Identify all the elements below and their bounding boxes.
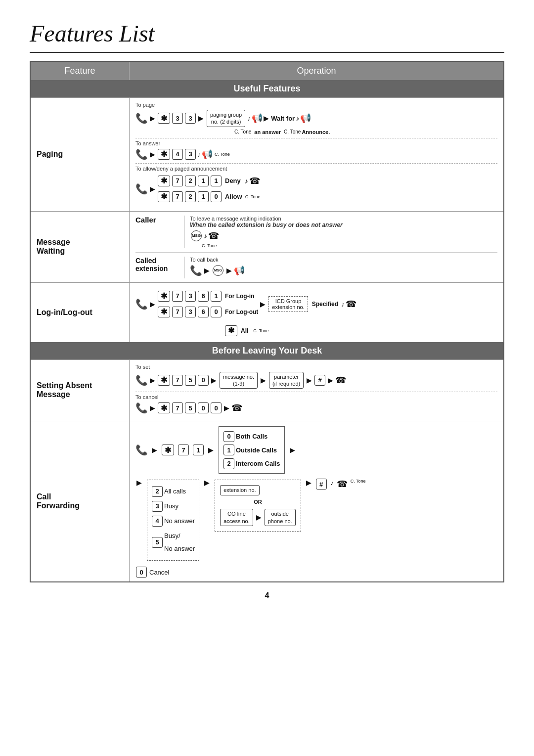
phone-antenna-icon8: 📞 <box>135 444 148 456</box>
key-0a: 0 <box>211 191 222 202</box>
header-feature: Feature <box>31 62 130 80</box>
arrow-icon4: ▶ <box>150 150 155 158</box>
arrow-icon7: ▶ <box>226 267 232 274</box>
phone-antenna-icon7: 📞 <box>135 402 148 414</box>
arrow-icon8: ▶ <box>150 300 155 308</box>
arrow-icon6: ▶ <box>204 267 210 274</box>
content-setting-absent: To set 📞 ▶ ✱ 7 5 0 ▶ message no.(1-9) ▶ … <box>130 360 503 421</box>
paging-group-box: paging groupno. (2 digits) <box>207 110 245 127</box>
absent-to-cancel: To cancel 📞 ▶ ✱ 7 5 0 0 ▶ ☎ <box>135 394 497 414</box>
handset-icon3: ☎ <box>346 299 356 310</box>
key-3e: 3 <box>185 307 196 317</box>
key-star5: ✱ <box>158 291 170 302</box>
called-label: Called extension <box>135 257 185 278</box>
wait-for-label: Wait for <box>271 115 295 122</box>
phone-antenna-icon3: 📞 <box>135 183 148 195</box>
music-note-icon2: ♪ <box>296 114 299 122</box>
handset-icon4: ☎ <box>335 375 346 386</box>
key-1b: 1 <box>211 176 222 186</box>
deny-label: Deny <box>225 177 241 184</box>
cf-type-box: 0 Both Calls 1 Outside Calls 2 Intercom … <box>219 426 285 474</box>
cancel-label: Cancel <box>149 569 169 576</box>
called-content: To call back 📞 ▶ MSG ▶ 📢 <box>185 257 497 278</box>
c-tone-label2: C. Tone <box>284 129 301 134</box>
row-paging: Paging To page 📞 ▶ ✱ 3 3 ▶ paging groupn… <box>31 97 503 211</box>
music-note-icon6: ♪ <box>341 300 345 308</box>
outside-calls-label: Outside Calls <box>236 445 277 456</box>
music-note-icon3: ♪ <box>197 150 201 158</box>
arrow-icon9: ▶ <box>260 300 266 308</box>
no-answer-label: No answer <box>164 515 195 528</box>
key-star8: ✱ <box>158 375 170 386</box>
handset-icon2: ☎ <box>208 230 219 241</box>
key-4: 4 <box>172 149 183 160</box>
speaker-waves-icon3: 📢 <box>202 149 213 160</box>
message-no-box: message no.(1-9) <box>220 372 258 389</box>
cf-forward-type-box: 2 All calls 3 Busy 4 No answer 5 Busy/No… <box>147 480 199 561</box>
cf-destination-box: extension no. OR CO lineaccess no. ▶ out… <box>215 480 301 532</box>
arrow-icon: ▶ <box>150 114 155 122</box>
key-3c: 3 <box>185 149 196 160</box>
cf-middle: ▶ 2 All calls 3 Busy 4 No answer 5 Busy/… <box>135 479 497 562</box>
for-log-out-label: For Log-out <box>225 309 258 315</box>
login-logout-keys: ✱ 7 3 6 1 For Log-in ✱ 7 3 6 0 <box>157 289 258 319</box>
key-1-outside: 1 <box>223 445 234 455</box>
key-7g: 7 <box>178 445 189 455</box>
phone-antenna-icon5: 📞 <box>135 298 148 310</box>
page-title: Features List <box>30 20 504 47</box>
key-star9: ✱ <box>158 402 170 413</box>
outside-phone-box: outsidephone no. <box>265 509 296 526</box>
key-star2: ✱ <box>158 149 170 160</box>
key-star10: ✱ <box>162 445 174 455</box>
or-label: OR <box>219 497 297 507</box>
mw-called-row: Called extension To call back 📞 ▶ MSG ▶ … <box>135 257 497 278</box>
busy-no-answer-label: Busy/No answer <box>164 530 195 555</box>
section-useful-features: Useful Features <box>31 80 503 97</box>
key-3a: 3 <box>172 113 183 124</box>
key-7b: 7 <box>172 191 183 202</box>
paging-to-answer: To answer 📞 ▶ ✱ 4 3 ♪ 📢 C. Tone <box>135 140 497 160</box>
phone-antenna-icon: 📞 <box>135 112 148 124</box>
key-1e: 1 <box>193 445 204 455</box>
intercom-calls-label: Intercom Calls <box>236 458 280 469</box>
caller-content: To leave a message waiting indication Wh… <box>185 216 497 248</box>
key-hash: # <box>314 375 325 386</box>
label-log-in-log-out: Log-in/Log-out <box>31 283 130 342</box>
busy-label: Busy <box>164 500 178 513</box>
paging-allow-deny: To allow/deny a paged announcement 📞 ▶ ✱… <box>135 166 497 204</box>
c-tone-label: C. Tone <box>234 129 251 134</box>
handset-icon5: ☎ <box>231 402 242 413</box>
speaker-waves-icon4: 📢 <box>234 265 245 276</box>
row-call-forwarding: Call Forwarding 📞 ▶ ✱ 7 1 ▶ 0 Both Calls… <box>31 421 503 581</box>
co-line-box: CO lineaccess no. <box>220 509 253 526</box>
all-label: All <box>241 327 248 334</box>
key-0-both: 0 <box>223 431 234 442</box>
key-star3: ✱ <box>158 176 170 186</box>
key-star: ✱ <box>158 113 170 124</box>
arrow-icon5: ▶ <box>150 185 155 193</box>
header-operation: Operation <box>130 62 503 80</box>
content-call-forwarding: 📞 ▶ ✱ 7 1 ▶ 0 Both Calls 1 Outside Calls… <box>130 421 503 581</box>
key-hash2: # <box>316 479 327 489</box>
content-log-in-log-out: 📞 ▶ ✱ 7 3 6 1 For Log-in ✱ <box>130 283 503 342</box>
page-number: 4 <box>30 591 504 600</box>
arrow-icon3: ▶ <box>264 114 269 122</box>
row-setting-absent: Setting Absent Message To set 📞 ▶ ✱ 7 5 … <box>31 359 503 421</box>
key-0e: 0 <box>211 402 222 413</box>
key-6a: 6 <box>198 291 209 302</box>
key-5a: 5 <box>185 375 196 386</box>
cf-top: 📞 ▶ ✱ 7 1 ▶ 0 Both Calls 1 Outside Calls… <box>135 425 497 475</box>
key-2-intercom: 2 <box>223 458 234 469</box>
key-7f: 7 <box>172 402 183 413</box>
key-7c: 7 <box>172 291 183 302</box>
speaker-waves-icon: 📢 <box>252 113 262 124</box>
key-3d: 3 <box>185 291 196 302</box>
icd-group-box: ICD Group extension no. <box>268 296 308 312</box>
key-7d: 7 <box>172 307 183 317</box>
key-6b: 6 <box>198 307 209 317</box>
key-star4: ✱ <box>158 191 170 202</box>
speaker-waves-icon2: 📢 <box>300 113 311 124</box>
all-calls-label: All calls <box>164 485 186 498</box>
key-1c: 1 <box>198 191 209 202</box>
extension-no-box: extension no. <box>220 485 259 495</box>
